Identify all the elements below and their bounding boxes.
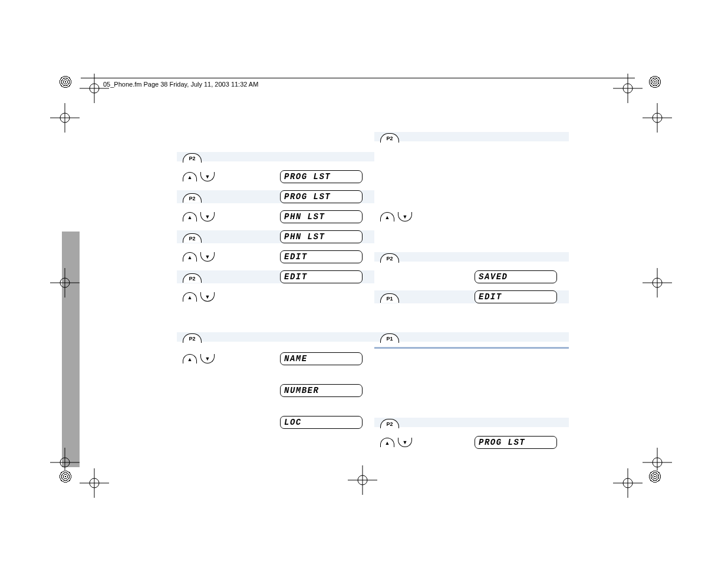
p2-button[interactable]: P2 bbox=[183, 153, 202, 163]
lcd-display: NUMBER bbox=[280, 384, 363, 397]
down-arrow-button[interactable]: ▼ bbox=[398, 438, 412, 447]
p2-button[interactable]: P2 bbox=[183, 333, 202, 343]
up-arrow-button[interactable]: ▲ bbox=[183, 354, 197, 363]
down-arrow-button[interactable]: ▼ bbox=[200, 172, 215, 181]
down-arrow-button[interactable]: ▼ bbox=[398, 212, 412, 222]
registration-ball-icon bbox=[59, 470, 72, 483]
p2-button[interactable]: P2 bbox=[380, 419, 399, 428]
content-area: P2 P2 ▲ ▼ PROG LST P2 PROG LST ▲ ▼ PHN L… bbox=[177, 127, 569, 452]
crop-mark-icon bbox=[50, 268, 80, 297]
crop-mark-icon bbox=[50, 103, 80, 133]
lcd-display: EDIT bbox=[475, 290, 557, 303]
registration-ball-icon bbox=[648, 470, 661, 483]
up-arrow-button[interactable]: ▲ bbox=[183, 252, 197, 262]
p2-button[interactable]: P2 bbox=[183, 233, 202, 243]
registration-ball-icon bbox=[648, 75, 661, 88]
lcd-display: EDIT bbox=[280, 250, 363, 263]
p2-button[interactable]: P2 bbox=[183, 193, 202, 203]
crop-mark-icon bbox=[348, 465, 377, 495]
margin-strip bbox=[62, 232, 80, 467]
up-arrow-button[interactable]: ▲ bbox=[183, 212, 197, 222]
up-arrow-button[interactable]: ▲ bbox=[183, 292, 197, 302]
lcd-display: PROG LST bbox=[280, 190, 363, 203]
p1-button[interactable]: P1 bbox=[380, 293, 399, 303]
p2-button[interactable]: P2 bbox=[183, 273, 202, 283]
page-header: 05_Phone.fm Page 38 Friday, July 11, 200… bbox=[103, 81, 258, 88]
p2-button[interactable]: P2 bbox=[380, 133, 399, 143]
down-arrow-button[interactable]: ▼ bbox=[200, 252, 215, 262]
up-arrow-button[interactable]: ▲ bbox=[183, 172, 197, 181]
up-arrow-button[interactable]: ▲ bbox=[380, 438, 394, 447]
lcd-display: SAVED bbox=[475, 270, 557, 283]
lcd-display: PROG LST bbox=[475, 436, 557, 449]
registration-ball-icon bbox=[59, 75, 72, 88]
lcd-display: LOC bbox=[280, 416, 363, 429]
down-arrow-button[interactable]: ▼ bbox=[200, 292, 215, 302]
p1-button[interactable]: P1 bbox=[380, 333, 399, 343]
lcd-display: NAME bbox=[280, 352, 363, 365]
crop-mark-icon bbox=[613, 468, 643, 498]
up-arrow-button[interactable]: ▲ bbox=[380, 212, 394, 222]
crop-mark-icon bbox=[80, 468, 109, 498]
crop-mark-icon bbox=[643, 103, 672, 133]
lcd-display: PROG LST bbox=[280, 170, 363, 183]
header-rule bbox=[81, 78, 635, 78]
down-arrow-button[interactable]: ▼ bbox=[200, 212, 215, 222]
down-arrow-button[interactable]: ▼ bbox=[200, 354, 215, 363]
p2-button[interactable]: P2 bbox=[380, 253, 399, 263]
crop-mark-icon bbox=[643, 268, 672, 297]
lcd-display: EDIT bbox=[280, 270, 363, 283]
lcd-display: PHN LST bbox=[280, 230, 363, 243]
lcd-display: PHN LST bbox=[280, 210, 363, 223]
